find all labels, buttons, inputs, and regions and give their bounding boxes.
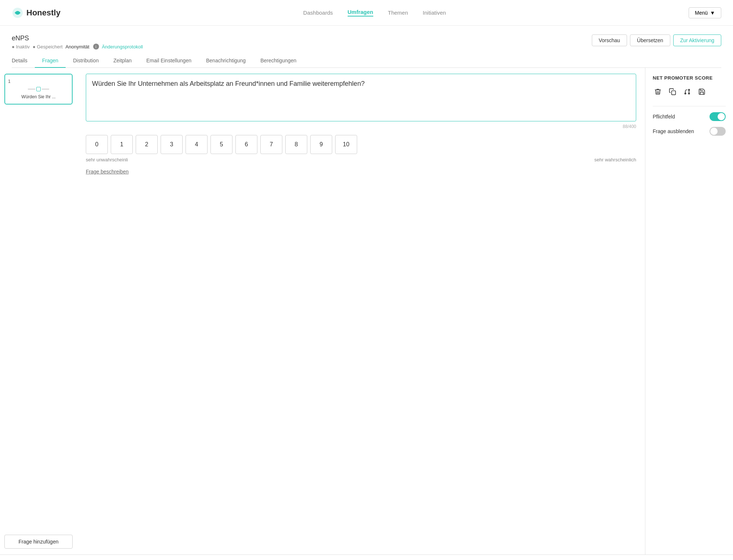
tab-details[interactable]: Details	[12, 54, 35, 68]
panel-divider-1	[653, 106, 726, 106]
tab-zeitplan[interactable]: Zeitplan	[106, 54, 139, 68]
nps-btn-4[interactable]: 4	[186, 135, 208, 154]
main-layout: 1 Würden Sie Ihr ... Frage hinzufügen 88…	[0, 68, 733, 554]
question-card-1[interactable]: 1 Würden Sie Ihr ...	[4, 74, 73, 105]
panel-title: NET PROMOTER SCORE	[653, 75, 726, 81]
delete-icon	[654, 88, 661, 95]
right-panel: NET PROMOTER SCORE	[645, 68, 733, 554]
tab-bar: Details Fragen Distribution Zeitplan Ema…	[12, 54, 721, 68]
nps-label-high: sehr wahrscheinlich	[594, 157, 636, 162]
pflichtfeld-label: Pflichtfeld	[653, 114, 675, 120]
question-card-label: Würden Sie Ihr ...	[8, 94, 69, 99]
add-question-button[interactable]: Frage hinzufügen	[4, 535, 73, 549]
ausblenden-toggle[interactable]	[710, 127, 726, 136]
nps-btn-9[interactable]: 9	[310, 135, 332, 154]
nps-btn-7[interactable]: 7	[260, 135, 282, 154]
main-nav: Dashboards Umfragen Themen Initiativen	[303, 9, 446, 17]
sidebar: 1 Würden Sie Ihr ... Frage hinzufügen	[0, 68, 77, 554]
save-icon	[698, 88, 705, 95]
page-content: eNPS ● Inaktiv ● Gespeichert Anonymität …	[0, 26, 733, 68]
question-type-icon	[8, 87, 69, 91]
nps-btn-2[interactable]: 2	[136, 135, 158, 154]
nps-scale: 0 1 2 3 4 5 6 7 8 9 10	[86, 135, 636, 154]
preview-button[interactable]: Vorschau	[592, 34, 627, 46]
save-icon-button[interactable]	[697, 87, 707, 99]
logo-icon	[12, 7, 23, 19]
survey-meta: ● Inaktiv ● Gespeichert Anonymität i Änd…	[12, 44, 143, 50]
tab-berechtigungen[interactable]: Berechtigungen	[253, 54, 304, 68]
nps-btn-0[interactable]: 0	[86, 135, 108, 154]
nps-btn-1[interactable]: 1	[111, 135, 133, 154]
activate-button[interactable]: Zur Aktivierung	[673, 34, 721, 46]
tab-benachrichtigung[interactable]: Benachrichtigung	[199, 54, 253, 68]
nps-labels: sehr unwahrscheinli sehr wahrscheinlich	[86, 157, 636, 162]
info-icon[interactable]: i	[93, 44, 99, 50]
question-editor: 88/400 0 1 2 3 4 5 6 7 8 9 10 sehr unwah…	[77, 68, 645, 554]
nav-themen[interactable]: Themen	[388, 10, 408, 16]
ausblenden-label: Frage ausblenden	[653, 128, 694, 134]
page-footer: Anzahl der Fragen: 1 Abbrechen Speichern	[0, 554, 733, 560]
survey-title-area: eNPS ● Inaktiv ● Gespeichert Anonymität …	[12, 34, 143, 50]
menu-button[interactable]: Menü ▼	[689, 7, 721, 18]
copy-icon	[669, 88, 676, 95]
tab-email-einstellungen[interactable]: Email Einstellungen	[139, 54, 199, 68]
header: Honestly Dashboards Umfragen Themen Init…	[0, 0, 733, 26]
char-count: 88/400	[86, 124, 636, 129]
nav-umfragen[interactable]: Umfragen	[348, 9, 373, 17]
pflichtfeld-row: Pflichtfeld	[653, 112, 726, 121]
describe-question-link[interactable]: Frage beschreiben	[86, 169, 129, 175]
ausblenden-row: Frage ausblenden	[653, 127, 726, 136]
nps-btn-3[interactable]: 3	[161, 135, 183, 154]
anonymity-label: Anonymität	[66, 44, 89, 50]
status-inactive: ● Inaktiv	[12, 44, 30, 50]
translate-button[interactable]: Übersetzen	[630, 34, 670, 46]
question-text-input[interactable]	[86, 74, 636, 121]
nps-btn-10[interactable]: 10	[335, 135, 357, 154]
delete-button[interactable]	[653, 87, 663, 99]
survey-title: eNPS	[12, 34, 143, 42]
change-log-link[interactable]: Änderungsprotokoll	[102, 44, 143, 50]
survey-header: eNPS ● Inaktiv ● Gespeichert Anonymität …	[12, 34, 721, 50]
logo: Honestly	[12, 7, 61, 19]
survey-actions: Vorschau Übersetzen Zur Aktivierung	[592, 34, 721, 46]
nps-btn-6[interactable]: 6	[235, 135, 257, 154]
tab-fragen[interactable]: Fragen	[35, 54, 66, 68]
nav-initiativen[interactable]: Initiativen	[423, 10, 446, 16]
nps-btn-8[interactable]: 8	[285, 135, 307, 154]
nav-dashboards[interactable]: Dashboards	[303, 10, 333, 16]
svg-rect-1	[672, 91, 676, 95]
question-number: 1	[8, 79, 69, 84]
pflichtfeld-toggle[interactable]	[710, 112, 726, 121]
copy-button[interactable]	[667, 87, 678, 99]
nps-mini-icon	[28, 87, 49, 91]
branch-icon	[683, 88, 691, 95]
branch-button[interactable]	[682, 87, 692, 99]
panel-actions	[653, 87, 726, 99]
nps-label-low: sehr unwahrscheinli	[86, 157, 128, 162]
status-saved: ● Gespeichert	[33, 44, 63, 50]
tab-distribution[interactable]: Distribution	[66, 54, 106, 68]
logo-text: Honestly	[26, 8, 61, 18]
nps-btn-5[interactable]: 5	[210, 135, 232, 154]
